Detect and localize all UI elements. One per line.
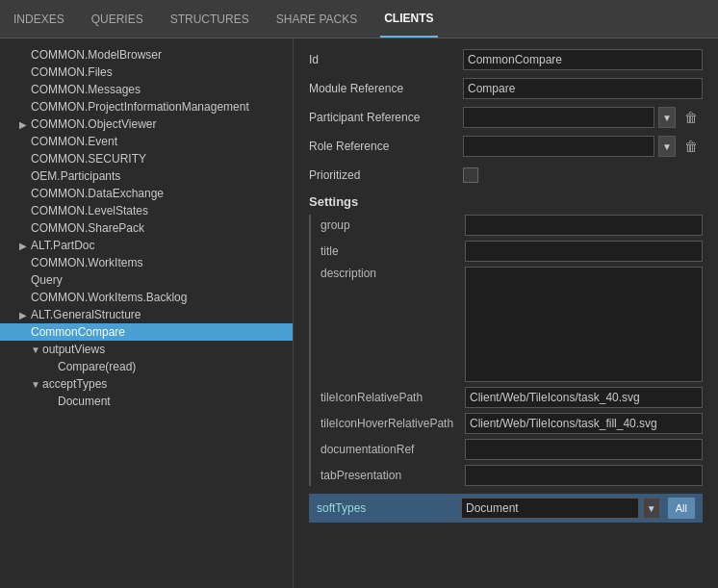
tab-presentation-label: tabPresentation	[321, 469, 465, 482]
list-item[interactable]: COMMON.ModelBrowser	[0, 46, 293, 64]
participant-ref-label: Participant Reference	[309, 111, 463, 124]
list-item[interactable]: COMMON.SharePack	[0, 219, 293, 237]
role-ref-label: Role Reference	[309, 140, 463, 153]
tree-label: COMMON.SharePack	[31, 221, 285, 235]
arrow-down-icon: ▼	[31, 379, 42, 390]
left-panel: COMMON.ModelBrowser COMMON.Files COMMON.…	[0, 38, 294, 588]
tree-label: COMMON.SECURITY	[31, 152, 285, 166]
soft-types-row: softTypes Document ▼ All	[309, 494, 703, 523]
doc-ref-label: documentationRef	[321, 443, 465, 456]
role-ref-select[interactable]	[463, 136, 654, 157]
tree-label: Document	[58, 395, 285, 408]
participant-ref-wrap: ▼ 🗑	[463, 106, 703, 129]
tree-label: Query	[31, 273, 285, 287]
main-layout: COMMON.ModelBrowser COMMON.Files COMMON.…	[0, 38, 718, 588]
title-row: title	[321, 241, 703, 262]
participant-ref-select[interactable]	[463, 107, 654, 128]
nav-item-clients[interactable]: CLIENTS	[380, 0, 437, 38]
list-item[interactable]: ▼ outputViews	[0, 341, 293, 358]
tree-label: ALT.GeneralStructure	[31, 308, 285, 321]
tree-label: COMMON.Files	[31, 65, 285, 79]
tree-label: COMMON.ProjectInformationManagement	[31, 100, 285, 114]
list-item[interactable]: COMMON.SECURITY	[0, 150, 293, 167]
tile-icon-hover-row: tileIconHoverRelativePath	[321, 413, 703, 434]
title-label: title	[321, 244, 465, 258]
tree-label: COMMON.ObjectViewer	[31, 117, 285, 131]
tree-label: COMMON.ModelBrowser	[31, 48, 285, 62]
list-item[interactable]: COMMON.ProjectInformationManagement	[0, 98, 293, 115]
module-ref-row: Module Reference Compare	[309, 77, 703, 100]
arrow-right-icon: ▶	[19, 310, 31, 320]
list-item[interactable]: COMMON.DataExchange	[0, 185, 293, 202]
list-item-selected[interactable]: CommonCompare	[0, 323, 293, 341]
right-panel: Id Module Reference Compare Participant …	[294, 38, 718, 588]
settings-block: group title description tileIconRelative…	[309, 215, 703, 486]
prioritized-checkbox[interactable]	[463, 167, 478, 183]
list-item[interactable]: COMMON.Files	[0, 64, 293, 81]
tile-icon-label: tileIconRelativePath	[321, 391, 465, 404]
nav-item-indexes[interactable]: INDEXES	[10, 0, 68, 38]
tree-label: CommonCompare	[31, 325, 285, 339]
tree-label: Compare(read)	[58, 360, 285, 373]
tile-icon-hover-label: tileIconHoverRelativePath	[321, 417, 465, 430]
group-row: group	[321, 215, 703, 236]
arrow-down-icon: ▼	[31, 345, 42, 355]
role-ref-row: Role Reference ▼ 🗑	[309, 135, 703, 158]
list-item[interactable]: COMMON.Event	[0, 133, 293, 150]
participant-ref-delete-button[interactable]: 🗑	[680, 106, 703, 129]
module-ref-value: Compare	[463, 78, 703, 99]
tree-label: COMMON.DataExchange	[31, 187, 285, 200]
prioritized-label: Prioritized	[309, 168, 463, 182]
tile-icon-hover-input[interactable]	[465, 413, 703, 434]
title-input[interactable]	[465, 241, 703, 262]
role-ref-wrap: ▼ 🗑	[463, 135, 703, 158]
list-item[interactable]: Query	[0, 271, 293, 289]
list-item[interactable]: Compare(read)	[0, 358, 293, 375]
description-textarea[interactable]	[465, 267, 703, 382]
doc-ref-input[interactable]	[465, 439, 703, 460]
arrow-right-icon: ▶	[19, 241, 31, 251]
list-item[interactable]: COMMON.WorkItems.Backlog	[0, 289, 293, 306]
id-row: Id	[309, 48, 703, 71]
prioritized-row: Prioritized	[309, 164, 703, 187]
participant-ref-row: Participant Reference ▼ 🗑	[309, 106, 703, 129]
list-item[interactable]: ▶ ALT.PartDoc	[0, 237, 293, 254]
module-ref-label: Module Reference	[309, 82, 463, 95]
tree-label: COMMON.LevelStates	[31, 204, 285, 217]
top-nav: INDEXES QUERIES STRUCTURES SHARE PACKS C…	[0, 0, 718, 38]
list-item[interactable]: COMMON.WorkItems	[0, 254, 293, 271]
tree-label: COMMON.WorkItems.Backlog	[31, 291, 285, 304]
nav-item-sharepacks[interactable]: SHARE PACKS	[272, 0, 361, 38]
tree-label: ALT.PartDoc	[31, 239, 285, 252]
list-item[interactable]: ▶ COMMON.ObjectViewer	[0, 115, 293, 133]
description-label: description	[321, 267, 465, 280]
id-label: Id	[309, 53, 463, 66]
list-item[interactable]: OEM.Participants	[0, 167, 293, 185]
doc-ref-row: documentationRef	[321, 439, 703, 460]
list-item[interactable]: COMMON.Messages	[0, 81, 293, 98]
tab-presentation-input[interactable]	[465, 465, 703, 486]
list-item[interactable]: Document	[0, 393, 293, 410]
arrow-right-icon: ▶	[19, 119, 31, 130]
id-input[interactable]	[463, 49, 703, 70]
list-item[interactable]: ▼ acceptTypes	[0, 375, 293, 393]
nav-item-structures[interactable]: STRUCTURES	[167, 0, 253, 38]
list-item[interactable]: COMMON.LevelStates	[0, 202, 293, 219]
all-button[interactable]: All	[668, 498, 695, 519]
tree-label: acceptTypes	[42, 377, 285, 391]
role-ref-delete-button[interactable]: 🗑	[680, 135, 703, 158]
group-label: group	[321, 218, 465, 232]
group-input[interactable]	[465, 215, 703, 236]
soft-types-select-wrap: Document ▼ All	[461, 498, 695, 519]
description-row: description	[321, 267, 703, 382]
list-item[interactable]: ▶ ALT.GeneralStructure	[0, 306, 293, 323]
soft-types-arrow-icon: ▼	[643, 498, 660, 519]
soft-types-label: softTypes	[317, 501, 461, 515]
tree-label: OEM.Participants	[31, 169, 285, 183]
tile-icon-input[interactable]	[465, 387, 703, 408]
tree-label: outputViews	[42, 343, 285, 356]
tile-icon-row: tileIconRelativePath	[321, 387, 703, 408]
tree-label: COMMON.WorkItems	[31, 256, 285, 269]
soft-types-select[interactable]: Document	[461, 498, 639, 519]
nav-item-queries[interactable]: QUERIES	[88, 0, 147, 38]
